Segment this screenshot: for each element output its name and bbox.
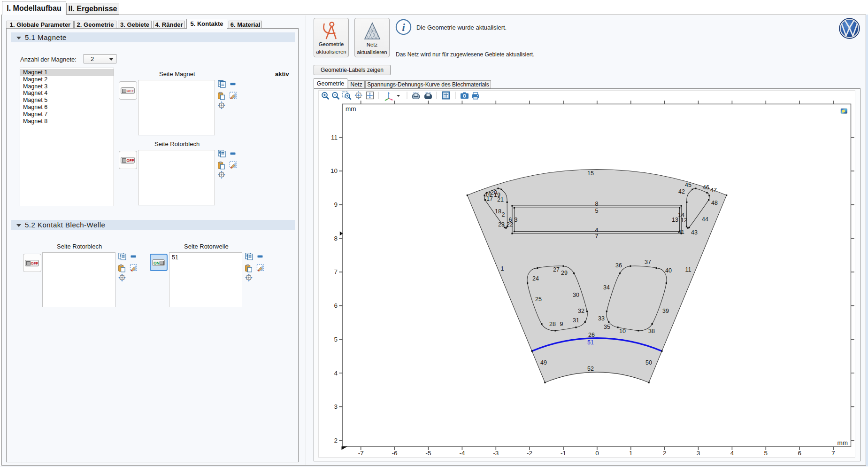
svg-text:6: 6: [334, 302, 338, 309]
svg-text:25: 25: [535, 296, 542, 303]
svg-text:-7: -7: [358, 450, 364, 457]
svg-text:29: 29: [561, 270, 568, 276]
svg-text:40: 40: [665, 267, 672, 274]
svg-text:47: 47: [710, 187, 717, 194]
svg-text:23: 23: [498, 221, 505, 228]
svg-text:4: 4: [334, 370, 338, 377]
svg-text:39: 39: [662, 308, 669, 314]
svg-text:44: 44: [702, 216, 708, 223]
svg-text:1: 1: [501, 265, 504, 272]
svg-text:20: 20: [491, 189, 497, 196]
svg-text:6: 6: [798, 450, 801, 457]
svg-text:4: 4: [730, 450, 734, 457]
svg-text:7: 7: [595, 233, 599, 240]
svg-text:-2: -2: [527, 450, 532, 457]
svg-text:18: 18: [495, 208, 501, 215]
svg-text:-1: -1: [561, 450, 566, 457]
svg-text:48: 48: [711, 200, 718, 206]
svg-text:1: 1: [629, 450, 633, 457]
svg-text:2: 2: [663, 450, 667, 457]
svg-text:50: 50: [645, 359, 652, 366]
svg-text:32: 32: [578, 308, 584, 314]
svg-text:-4: -4: [459, 450, 465, 457]
svg-text:10: 10: [330, 167, 338, 174]
svg-text:3: 3: [334, 403, 338, 410]
svg-text:22: 22: [507, 221, 513, 228]
svg-text:17: 17: [486, 195, 493, 202]
svg-text:38: 38: [648, 328, 655, 335]
svg-text:30: 30: [573, 292, 579, 298]
svg-text:52: 52: [587, 366, 594, 372]
svg-text:mm: mm: [837, 439, 848, 446]
svg-text:51: 51: [587, 339, 594, 346]
svg-text:3: 3: [515, 217, 518, 223]
svg-text:mm: mm: [346, 105, 356, 112]
svg-text:45: 45: [685, 182, 691, 188]
svg-text:4: 4: [595, 227, 599, 234]
svg-text:35: 35: [604, 324, 610, 330]
svg-text:15: 15: [587, 170, 594, 177]
svg-text:43: 43: [691, 229, 698, 236]
svg-text:-5: -5: [425, 450, 431, 457]
svg-text:3: 3: [697, 450, 700, 457]
svg-text:36: 36: [615, 262, 622, 269]
svg-text:11: 11: [331, 134, 338, 141]
svg-text:14: 14: [678, 212, 684, 218]
svg-text:34: 34: [603, 284, 610, 291]
svg-text:41: 41: [678, 229, 684, 235]
svg-text:49: 49: [540, 359, 547, 366]
svg-text:24: 24: [532, 275, 539, 282]
svg-text:8: 8: [334, 235, 338, 242]
svg-text:27: 27: [553, 266, 560, 273]
svg-text:i: i: [402, 21, 405, 33]
svg-text:0: 0: [595, 450, 599, 457]
svg-text:2: 2: [502, 211, 505, 218]
svg-text:7: 7: [831, 450, 835, 457]
svg-text:31: 31: [573, 317, 579, 324]
svg-text:7: 7: [334, 268, 338, 275]
svg-text:2: 2: [334, 437, 338, 444]
svg-text:10: 10: [619, 328, 626, 335]
svg-text:28: 28: [549, 321, 556, 327]
svg-text:9: 9: [560, 321, 563, 327]
svg-text:5: 5: [764, 450, 768, 457]
svg-text:42: 42: [678, 188, 685, 195]
svg-text:5: 5: [334, 336, 338, 343]
svg-text:-3: -3: [493, 450, 499, 457]
svg-text:46: 46: [703, 184, 709, 191]
svg-text:5: 5: [595, 208, 599, 214]
svg-text:21: 21: [497, 196, 504, 203]
svg-text:8: 8: [595, 201, 599, 207]
svg-text:9: 9: [334, 201, 338, 208]
svg-text:26: 26: [588, 332, 595, 338]
svg-text:33: 33: [598, 315, 605, 322]
svg-text:11: 11: [685, 266, 691, 273]
svg-text:-6: -6: [392, 450, 398, 457]
svg-text:37: 37: [645, 259, 651, 265]
svg-text:13: 13: [672, 217, 678, 223]
